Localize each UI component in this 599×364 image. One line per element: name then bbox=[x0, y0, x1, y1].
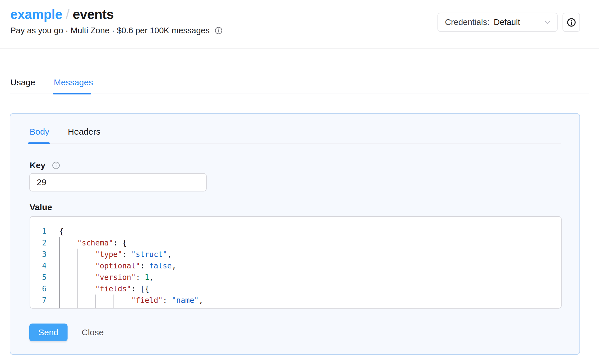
code-line: 5 "version": 1, bbox=[30, 272, 203, 283]
tab-body[interactable]: Body bbox=[30, 127, 49, 137]
code-line: 8 "type": "string" bbox=[30, 306, 203, 309]
line-number: 2 bbox=[30, 237, 47, 249]
code-editor-lines: 1{2 "schema": {3 "type": "struct",4 "opt… bbox=[30, 226, 203, 309]
tab-usage[interactable]: Usage bbox=[10, 78, 35, 87]
code-line: 6 "fields": [{ bbox=[30, 283, 203, 295]
panel-active-tab-underline bbox=[28, 142, 50, 144]
line-number: 3 bbox=[30, 249, 47, 260]
value-label: Value bbox=[30, 202, 52, 212]
key-label: Key bbox=[30, 160, 45, 171]
header: example/events Pay as you go · Multi Zon… bbox=[0, 0, 599, 49]
line-number: 7 bbox=[30, 295, 47, 306]
breadcrumb-page: events bbox=[73, 7, 114, 22]
line-number: 6 bbox=[30, 283, 47, 295]
message-panel: Body Headers Key Value 1{2 "schema": {3 … bbox=[10, 113, 580, 355]
breadcrumb-separator: / bbox=[66, 7, 69, 22]
chevron-down-icon bbox=[543, 18, 552, 27]
code-line: 7 "field": "name", bbox=[30, 295, 203, 306]
code-line: 1{ bbox=[30, 226, 203, 237]
panel-tabs-divider bbox=[29, 144, 561, 144]
code-editor[interactable]: 1{2 "schema": {3 "type": "struct",4 "opt… bbox=[30, 216, 562, 309]
tab-headers[interactable]: Headers bbox=[68, 127, 100, 137]
line-number: 8 bbox=[30, 306, 47, 309]
breadcrumb-project-link[interactable]: example bbox=[10, 7, 62, 22]
page: example/events Pay as you go · Multi Zon… bbox=[0, 0, 599, 364]
credentials-info-button[interactable] bbox=[562, 13, 580, 32]
line-number: 4 bbox=[30, 260, 47, 272]
code-line: 2 "schema": { bbox=[30, 237, 203, 249]
tabs-divider bbox=[10, 94, 589, 94]
close-button[interactable]: Close bbox=[82, 324, 104, 341]
credentials-select[interactable]: Credentials: Default bbox=[437, 13, 558, 32]
key-input[interactable] bbox=[29, 173, 207, 191]
plan-subtitle: Pay as you go · Multi Zone · $0.6 per 10… bbox=[10, 25, 210, 36]
code-line: 4 "optional": false, bbox=[30, 260, 203, 272]
line-number: 5 bbox=[30, 272, 47, 283]
plan-subtitle-row: Pay as you go · Multi Zone · $0.6 per 10… bbox=[10, 25, 223, 36]
breadcrumb: example/events bbox=[10, 6, 114, 23]
credentials-label: Credentials: bbox=[445, 18, 489, 27]
pricing-info-icon[interactable] bbox=[214, 26, 223, 35]
key-info-icon[interactable] bbox=[52, 161, 60, 170]
credentials-value: Default bbox=[494, 18, 520, 27]
line-number: 1 bbox=[30, 226, 47, 237]
send-button[interactable]: Send bbox=[29, 324, 68, 341]
key-label-row: Key bbox=[30, 160, 60, 171]
code-line: 3 "type": "struct", bbox=[30, 249, 203, 260]
tab-messages[interactable]: Messages bbox=[54, 78, 93, 87]
active-tab-underline bbox=[53, 93, 91, 94]
info-icon bbox=[567, 18, 576, 27]
